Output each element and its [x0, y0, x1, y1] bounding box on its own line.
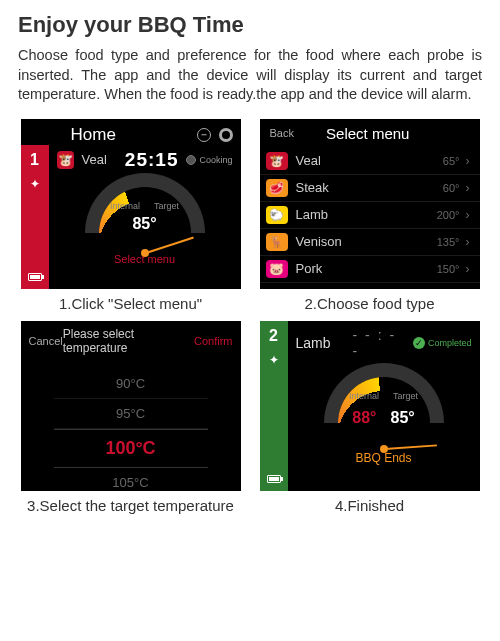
temp-target: 85° [391, 409, 415, 427]
probe-sidebar: 1 ✦ [21, 145, 49, 289]
bluetooth-icon: ✦ [30, 177, 40, 191]
cancel-button[interactable]: Cancel [29, 335, 63, 347]
status-dot-icon [186, 155, 196, 165]
food-name: Steak [296, 180, 329, 195]
refresh-icon[interactable] [197, 128, 211, 142]
chevron-right-icon: › [466, 181, 470, 195]
food-temp: 200° [437, 209, 460, 221]
chevron-right-icon: › [466, 235, 470, 249]
finished-screen: 2 ✦ Lamb - - : - - ✓ Completed [260, 321, 480, 491]
food-row-steak[interactable]: 🥩Steak60°› [260, 175, 480, 202]
check-icon: ✓ [413, 337, 425, 349]
step-4: 2 ✦ Lamb - - : - - ✓ Completed [257, 321, 482, 515]
screen-title: Please select temperature [63, 327, 194, 355]
venison-icon: 🦌 [266, 233, 288, 251]
cook-timer: - - : - - [353, 327, 405, 359]
battery-icon [28, 273, 42, 281]
food-name: Veal [296, 153, 321, 168]
temp-internal: 85° [132, 215, 156, 233]
temperature-picker[interactable]: 90°C95°C100°C105°C110°C [21, 361, 241, 491]
lamb-icon: 🐑 [266, 206, 288, 224]
back-button[interactable]: Back [270, 127, 294, 139]
temperature-gauge: Internal Target 88° 85° [296, 363, 472, 449]
food-row-pork[interactable]: 🐷Pork150°› [260, 256, 480, 283]
battery-icon [267, 475, 281, 483]
food-icon: 🐮 [57, 151, 74, 169]
label-internal: Internal [349, 391, 379, 401]
temp-internal: 88° [352, 409, 376, 427]
food-row-lamb[interactable]: 🐑Lamb200°› [260, 202, 480, 229]
probe-number: 2 [269, 327, 278, 345]
pork-icon: 🐷 [266, 260, 288, 278]
steps-grid: Home 1 ✦ 🐮 Veal 25:15 Cooking [18, 119, 482, 515]
food-list: 🐮Veal65°›🥩Steak60°›🐑Lamb200°›🦌Venison135… [260, 148, 480, 283]
veal-icon: 🐮 [266, 152, 288, 170]
probe-sidebar: 2 ✦ [260, 321, 288, 491]
food-row-venison[interactable]: 🦌Venison135°› [260, 229, 480, 256]
food-name: Lamb [296, 207, 329, 222]
food-name: Veal [82, 152, 107, 167]
step-caption: 4.Finished [335, 497, 404, 515]
step-1: Home 1 ✦ 🐮 Veal 25:15 Cooking [18, 119, 243, 313]
step-caption: 3.Select the target temperature [27, 497, 234, 515]
temp-option[interactable]: 105°C [54, 468, 208, 491]
food-temp: 135° [437, 236, 460, 248]
home-screen: Home 1 ✦ 🐮 Veal 25:15 Cooking [21, 119, 241, 289]
label-target: Target [154, 201, 179, 211]
step-2: Back Select menu 🐮Veal65°›🥩Steak60°›🐑Lam… [257, 119, 482, 313]
step-caption: 2.Choose food type [304, 295, 434, 313]
gauge-needle-icon [384, 444, 436, 450]
food-temp: 150° [437, 263, 460, 275]
food-name: Lamb [296, 335, 331, 351]
status-text: Cooking [199, 155, 232, 165]
food-name: Pork [296, 261, 323, 276]
cook-timer: 25:15 [125, 149, 179, 171]
label-target: Target [393, 391, 418, 401]
food-temp: 65° [443, 155, 460, 167]
temp-option[interactable]: 90°C [54, 369, 208, 399]
screen-title: Home [71, 125, 116, 145]
temp-option[interactable]: 100°C [54, 429, 208, 468]
food-name: Venison [296, 234, 342, 249]
probe-number: 1 [30, 151, 39, 169]
page-title: Enjoy your BBQ Time [18, 12, 482, 38]
status-badge: Cooking [186, 155, 232, 165]
gear-icon[interactable] [219, 128, 233, 142]
select-temperature-screen: Cancel Please select temperature Confirm… [21, 321, 241, 491]
step-caption: 1.Click "Select menu" [59, 295, 202, 313]
chevron-right-icon: › [466, 208, 470, 222]
page-description: Choose food type and preference for the … [18, 46, 482, 105]
select-menu-screen: Back Select menu 🐮Veal65°›🥩Steak60°›🐑Lam… [260, 119, 480, 289]
food-row-veal[interactable]: 🐮Veal65°› [260, 148, 480, 175]
bbq-ends-label: BBQ Ends [296, 451, 472, 465]
food-temp: 60° [443, 182, 460, 194]
confirm-button[interactable]: Confirm [194, 335, 233, 347]
steak-icon: 🥩 [266, 179, 288, 197]
temp-option[interactable]: 95°C [54, 399, 208, 429]
temperature-gauge: Internal Target 85° [57, 173, 233, 253]
label-internal: Internal [110, 201, 140, 211]
chevron-right-icon: › [466, 262, 470, 276]
gauge-needle-icon [145, 236, 193, 253]
screen-title: Select menu [326, 125, 409, 142]
bluetooth-icon: ✦ [269, 353, 279, 367]
status-badge: ✓ Completed [413, 337, 472, 349]
chevron-right-icon: › [466, 154, 470, 168]
step-3: Cancel Please select temperature Confirm… [18, 321, 243, 515]
status-text: Completed [428, 338, 472, 348]
